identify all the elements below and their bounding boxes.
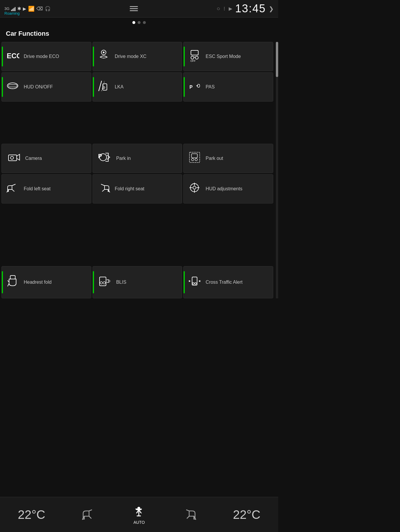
fold-left-seat-button[interactable]: Fold left seat: [1, 174, 91, 203]
pas-icon: P: [188, 79, 201, 95]
grid-row-3: Camera P Park in: [1, 144, 277, 173]
svg-rect-17: [192, 154, 197, 158]
esc-icon: OFF: [188, 49, 201, 64]
play-icon: ▶: [229, 6, 232, 11]
fold-right-seat-icon: [97, 181, 110, 197]
page-title: Car Functions: [0, 28, 278, 42]
fold-left-seat-icon: [6, 181, 19, 197]
drive-xc-icon: [97, 49, 110, 64]
headrest-fold-button[interactable]: Headrest fold: [1, 266, 91, 298]
svg-point-25: [193, 186, 196, 189]
right-temp-display: 22°C: [233, 508, 260, 522]
lka-icon: [97, 79, 110, 95]
camera-label: Camera: [25, 155, 42, 162]
svg-text:OFF: OFF: [190, 59, 196, 62]
bluetooth-icon: ✱: [17, 6, 21, 11]
svg-point-18: [192, 158, 194, 161]
headrest-fold-label: Headrest fold: [24, 279, 52, 285]
status-bar: 3G ✱ ▶ 📶 ⌫ 🎧 ○ ⫶: [0, 0, 278, 18]
hud-adj-label: HUD adjustments: [206, 186, 242, 192]
page-dot-3[interactable]: [143, 21, 146, 24]
svg-point-7: [7, 83, 18, 89]
drive-xc-button[interactable]: Drive mode XC: [93, 42, 182, 71]
hud-adjustments-button[interactable]: HUD adjustments: [183, 174, 273, 203]
svg-point-5: [195, 56, 198, 59]
eco-icon: ECO: [6, 49, 19, 64]
lka-button[interactable]: LKA: [93, 72, 182, 102]
left-seat-icon: [81, 507, 95, 522]
right-seat-control[interactable]: [183, 507, 197, 522]
cross-traffic-label: Cross Traffic Alert: [206, 279, 242, 285]
scrollbar-thumb[interactable]: [276, 42, 278, 77]
svg-rect-8: [8, 85, 17, 87]
wifi-icon: 📶: [28, 6, 35, 12]
park-out-button[interactable]: Park out: [183, 144, 273, 173]
svg-text:P: P: [189, 85, 193, 90]
drive-eco-button[interactable]: ECO Drive mode ECO: [1, 42, 91, 71]
auto-label: AUTO: [134, 520, 145, 525]
heat-icon: ⫶: [223, 6, 226, 12]
page-dots: [0, 18, 278, 28]
right-seat-icon: [183, 507, 197, 522]
left-temperature: 22°C: [18, 508, 45, 522]
esc-sport-button[interactable]: OFF ESC Sport Mode: [183, 42, 273, 71]
pas-button[interactable]: P PAS: [183, 72, 273, 102]
main-content: ECO Drive mode ECO Drive mode XC: [0, 42, 278, 298]
signal-bars-icon: [11, 6, 16, 11]
svg-point-28: [100, 282, 102, 284]
svg-point-4: [191, 56, 194, 59]
cross-traffic-button[interactable]: Cross Traffic Alert: [183, 266, 273, 298]
climate-bar: 22°C AUTO: [0, 497, 278, 532]
park-in-button[interactable]: P Park in: [93, 144, 182, 173]
page-dot-1[interactable]: [132, 21, 135, 24]
menu-icon[interactable]: [130, 6, 138, 11]
chevron-right-icon: ❯: [269, 5, 274, 12]
svg-text:ECO: ECO: [7, 52, 19, 60]
headrest-icon: [6, 275, 19, 290]
blis-label: BLIS: [116, 279, 127, 285]
svg-point-29: [103, 282, 105, 284]
fold-right-seat-button[interactable]: Fold right seat: [93, 174, 182, 203]
network-label: 3G: [4, 6, 9, 11]
hud-onoff-button[interactable]: HUD ON/OFF: [1, 72, 91, 102]
page-dot-2[interactable]: [138, 21, 141, 24]
right-temperature: 22°C: [233, 508, 260, 522]
grid-row-4: Fold left seat Fold right seat: [1, 174, 277, 203]
fold-left-label: Fold left seat: [24, 186, 51, 192]
park-out-label: Park out: [206, 155, 223, 162]
camera-icon: [6, 151, 21, 165]
svg-point-34: [137, 507, 140, 510]
svg-rect-27: [100, 277, 106, 286]
fold-right-label: Fold right seat: [115, 186, 144, 192]
left-seat-control[interactable]: [81, 507, 95, 522]
blis-button[interactable]: BLIS: [93, 266, 182, 298]
park-in-label: Park in: [116, 155, 131, 162]
scrollbar[interactable]: [276, 42, 278, 298]
hud-adj-icon: [188, 181, 201, 197]
roaming-label: Roaming: [4, 11, 20, 16]
svg-rect-3: [191, 50, 198, 55]
spacer-1: [1, 103, 277, 144]
headset-icon: 🎧: [45, 6, 51, 11]
lka-label: LKA: [115, 84, 124, 90]
grid-row-1: ECO Drive mode ECO Drive mode XC: [1, 42, 277, 71]
left-temp-display: 22°C: [18, 508, 45, 522]
pas-label: PAS: [206, 84, 215, 90]
park-out-icon: [188, 151, 201, 166]
clock-display: 13:45: [235, 2, 266, 15]
fan-icon: [131, 505, 147, 519]
svg-point-31: [192, 283, 194, 284]
hud-icon: [6, 79, 19, 95]
cross-traffic-icon: [188, 275, 201, 290]
circle-icon: ○: [217, 5, 220, 12]
camera-button[interactable]: Camera: [1, 144, 91, 173]
drive-eco-label: Drive mode ECO: [24, 54, 59, 60]
svg-point-2: [103, 52, 105, 53]
status-right: ○ ⫶ ▶ 13:45 ❯: [217, 2, 274, 15]
location-icon: ▶: [23, 6, 26, 11]
hud-onoff-label: HUD ON/OFF: [24, 84, 53, 90]
svg-rect-26: [10, 276, 15, 279]
blis-icon: [97, 275, 112, 290]
center-fan-control[interactable]: AUTO: [131, 505, 147, 525]
spacer-2: [1, 205, 277, 252]
